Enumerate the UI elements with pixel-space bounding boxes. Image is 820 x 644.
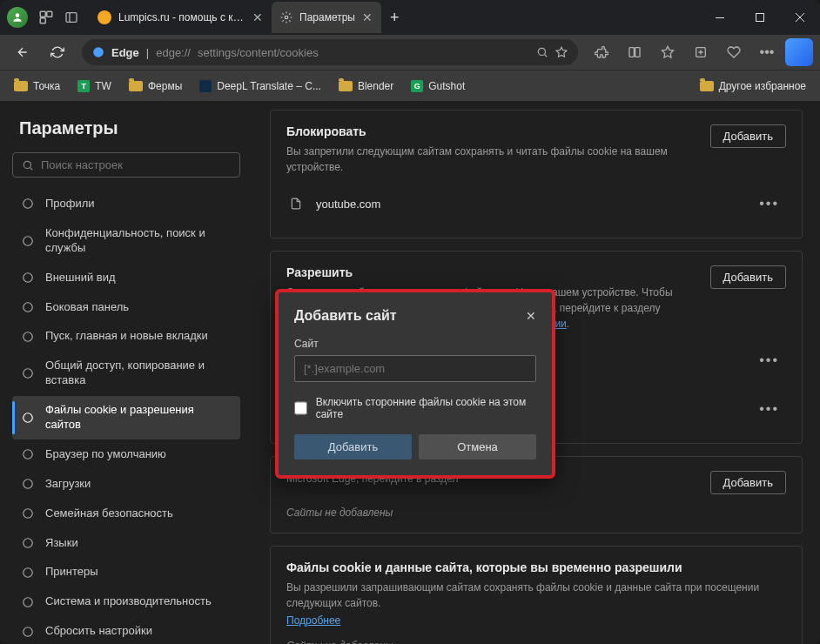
svg-point-32 bbox=[24, 568, 33, 578]
extensions-button[interactable] bbox=[587, 38, 616, 66]
nav-item[interactable]: Принтеры bbox=[12, 558, 240, 587]
nav-label: Пуск, главная и новые вкладки bbox=[45, 329, 232, 344]
favorite-icon[interactable] bbox=[555, 46, 568, 58]
nav-item[interactable]: Браузер по умолчанию bbox=[12, 440, 240, 469]
more-icon[interactable]: ••• bbox=[756, 349, 783, 372]
more-button[interactable]: ••• bbox=[752, 38, 782, 66]
tab-lumpics[interactable]: Lumpics.ru - помощь с компьюте ✕ bbox=[89, 2, 272, 33]
folder-icon bbox=[339, 81, 353, 91]
address-field[interactable]: Edge | edge://settings/content/cookies bbox=[82, 39, 578, 65]
other-bookmarks[interactable]: Другое избранное bbox=[693, 77, 813, 96]
add-button[interactable]: Добавить bbox=[710, 265, 786, 289]
nav-item[interactable]: Общий доступ, копирование и вставка bbox=[12, 352, 240, 395]
new-tab-button[interactable]: + bbox=[381, 5, 408, 30]
bookmark-label: Точка bbox=[33, 80, 60, 92]
nav-label: Файлы cookie и разрешения сайтов bbox=[45, 403, 232, 433]
bookmark-item[interactable]: Blender bbox=[332, 77, 400, 96]
empty-message: Сайты не добавлены bbox=[286, 506, 786, 519]
nav-item[interactable]: Языки bbox=[12, 529, 240, 558]
bookmark-item[interactable]: DeepL Translate – C... bbox=[192, 77, 328, 96]
back-button[interactable] bbox=[7, 38, 38, 66]
svg-point-30 bbox=[24, 509, 33, 519]
folder-icon bbox=[129, 81, 143, 91]
zoom-icon[interactable] bbox=[536, 46, 548, 58]
site-label: Сайт bbox=[294, 338, 536, 350]
split-screen-button[interactable] bbox=[620, 38, 649, 66]
close-window-button[interactable] bbox=[780, 0, 820, 35]
nav-label: Загрузки bbox=[45, 477, 232, 492]
browser-essentials-button[interactable] bbox=[719, 38, 749, 66]
copilot-button[interactable] bbox=[785, 38, 813, 66]
svg-rect-7 bbox=[716, 17, 724, 18]
bookmark-item[interactable]: GGutshot bbox=[404, 77, 472, 96]
site-row: youtube.com ••• bbox=[286, 184, 786, 224]
titlebar: Lumpics.ru - помощь с компьюте ✕ Парамет… bbox=[0, 0, 820, 35]
nav-item[interactable]: Боковая панель bbox=[12, 293, 240, 322]
search-field[interactable] bbox=[41, 158, 231, 171]
nav-icon bbox=[21, 596, 35, 608]
site-input[interactable] bbox=[294, 355, 536, 382]
svg-rect-4 bbox=[66, 13, 77, 23]
tab-settings[interactable]: Параметры ✕ bbox=[272, 2, 381, 33]
bookmark-item[interactable]: Фермы bbox=[122, 77, 189, 96]
svg-point-24 bbox=[24, 303, 33, 312]
add-button[interactable]: Добавить bbox=[710, 471, 786, 494]
svg-point-27 bbox=[24, 413, 33, 423]
nav-item[interactable]: Файлы cookie и разрешения сайтов bbox=[12, 396, 240, 439]
nav-icon bbox=[21, 198, 35, 210]
nav-icon bbox=[21, 367, 35, 379]
bookmark-icon: T bbox=[77, 80, 90, 92]
add-site-dialog: Добавить сайт ✕ Сайт Включить сторонние … bbox=[275, 289, 555, 479]
bookmark-label: Gutshot bbox=[428, 80, 465, 92]
tab-label: Параметры bbox=[299, 11, 355, 23]
add-button[interactable]: Добавить bbox=[710, 124, 786, 148]
nav-icon bbox=[21, 507, 35, 520]
minimize-button[interactable] bbox=[700, 0, 740, 35]
svg-point-28 bbox=[24, 450, 33, 460]
section-title: Разрешить bbox=[286, 265, 693, 279]
learn-more-link[interactable]: Подробнее bbox=[286, 614, 340, 627]
close-icon[interactable]: ✕ bbox=[252, 10, 263, 24]
address-bar: Edge | edge://settings/content/cookies •… bbox=[0, 35, 820, 70]
nav-item[interactable]: Семейная безопасность bbox=[12, 500, 240, 528]
workspaces-icon[interactable] bbox=[38, 10, 54, 25]
svg-rect-3 bbox=[40, 18, 45, 23]
svg-point-22 bbox=[24, 237, 33, 246]
bookmark-icon bbox=[199, 80, 212, 92]
search-input[interactable] bbox=[12, 152, 240, 178]
favorites-button[interactable] bbox=[653, 38, 682, 66]
refresh-button[interactable] bbox=[42, 38, 73, 66]
bookmark-item[interactable]: TTW bbox=[71, 77, 118, 96]
nav-icon bbox=[21, 235, 35, 247]
vertical-tabs-icon[interactable] bbox=[64, 10, 78, 24]
close-icon[interactable]: ✕ bbox=[362, 10, 373, 24]
nav-item[interactable]: Конфиденциальность, поиск и службы bbox=[12, 219, 240, 263]
more-icon[interactable]: ••• bbox=[756, 192, 783, 215]
cancel-button[interactable]: Отмена bbox=[419, 434, 536, 460]
nav-label: Профили bbox=[45, 197, 232, 211]
nav-item[interactable]: Сбросить настройки bbox=[12, 617, 240, 644]
edge-icon bbox=[92, 46, 104, 58]
checkbox-label: Включить сторонние файлы cookie на этом … bbox=[316, 396, 536, 420]
more-icon[interactable]: ••• bbox=[756, 398, 783, 420]
tab-label: Lumpics.ru - помощь с компьюте bbox=[118, 11, 245, 23]
add-button[interactable]: Добавить bbox=[294, 434, 412, 460]
nav-item[interactable]: Система и производительность bbox=[12, 587, 240, 616]
bookmark-label: DeepL Translate – C... bbox=[217, 80, 321, 92]
bookmark-item[interactable]: Точка bbox=[7, 77, 67, 96]
svg-point-12 bbox=[538, 48, 545, 55]
collections-button[interactable] bbox=[686, 38, 716, 66]
close-icon[interactable]: ✕ bbox=[526, 309, 536, 323]
nav-label: Семейная безопасность bbox=[45, 506, 232, 521]
svg-line-13 bbox=[544, 54, 547, 57]
folder-icon bbox=[700, 81, 714, 91]
nav-item[interactable]: Профили bbox=[12, 190, 240, 218]
nav-item[interactable]: Пуск, главная и новые вкладки bbox=[12, 322, 240, 351]
nav-label: Принтеры bbox=[45, 565, 232, 580]
profile-avatar[interactable] bbox=[7, 7, 28, 28]
nav-item[interactable]: Загрузки bbox=[12, 470, 240, 499]
nav-item[interactable]: Внешний вид bbox=[12, 264, 240, 292]
maximize-button[interactable] bbox=[740, 0, 780, 35]
url-path: settings/content/cookies bbox=[198, 46, 319, 59]
third-party-checkbox[interactable] bbox=[294, 401, 307, 415]
